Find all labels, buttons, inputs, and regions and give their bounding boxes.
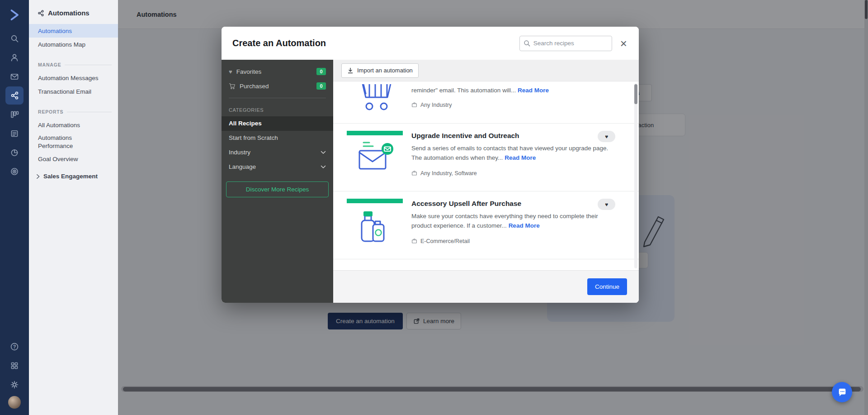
sidebar-item-goal-overview[interactable]: Goal Overview — [29, 152, 118, 166]
recipe-row[interactable]: Accessory Upsell After Purchase Make sur… — [333, 191, 639, 259]
industry-icon — [411, 170, 417, 176]
recipe-industry: Any Industry, Software — [411, 170, 612, 176]
modal-body: ♥ Favorites 0 Purchased 0 CATEGORIES All… — [222, 60, 639, 303]
recipes-column: Import an automation — [333, 60, 639, 303]
sidebar-item-automations[interactable]: Automations — [29, 24, 118, 38]
sidebar-item-transactional-email[interactable]: Transactional Email — [29, 85, 118, 98]
create-automation-modal: Create an Automation × ♥ Favorites 0 Pur… — [222, 27, 639, 303]
recipe-title: Accessory Upsell After Purchase — [411, 200, 612, 208]
recipe-description: reminder" email. This automation will...… — [411, 86, 612, 95]
heart-icon: ♥ — [229, 68, 232, 75]
sidebar-item-all-automations[interactable]: All Automations — [29, 118, 118, 132]
import-automation-button[interactable]: Import an automation — [341, 63, 419, 78]
envelope-illustration — [347, 131, 403, 185]
recipe-search — [519, 36, 612, 51]
recipe-thumbnail — [347, 131, 403, 185]
recipe-industry: Any Industry — [411, 102, 612, 108]
continue-button[interactable]: Continue — [587, 278, 627, 295]
recipe-content: Accessory Upsell After Purchase Make sur… — [403, 199, 612, 253]
favorites-count-badge: 0 — [316, 68, 326, 75]
row-separator — [333, 259, 639, 259]
campaigns-icon[interactable] — [5, 67, 24, 86]
recipe-categories-panel: ♥ Favorites 0 Purchased 0 CATEGORIES All… — [222, 60, 333, 303]
sidebar-item-automation-messages[interactable]: Automation Messages — [29, 71, 118, 85]
close-icon[interactable]: × — [619, 38, 628, 49]
favorite-heart-button[interactable]: ♥ — [598, 199, 615, 210]
app-root: ? Automations Automations Automations Ma… — [0, 0, 868, 415]
sidebar-item-sales-engagement[interactable]: Sales Engagement — [29, 173, 118, 180]
category-language[interactable]: Language — [222, 160, 333, 174]
settings-icon[interactable] — [5, 376, 24, 394]
category-all-recipes[interactable]: All Recipes — [222, 116, 333, 131]
cart-icon — [229, 83, 236, 90]
recipe-industry: E-Commerce/Retail — [411, 238, 612, 244]
read-more-link[interactable]: Read More — [518, 87, 549, 94]
help-icon[interactable]: ? — [5, 338, 24, 356]
recipe-row[interactable]: reminder" email. This automation will...… — [333, 81, 639, 123]
discover-more-recipes-button[interactable]: Discover More Recipes — [226, 181, 329, 197]
purchased-count-badge: 0 — [316, 82, 326, 90]
automations-icon[interactable] — [5, 86, 24, 105]
sidebar-title: Automations — [48, 9, 90, 17]
sidebar-header: Automations — [29, 0, 118, 24]
lists-icon[interactable] — [5, 124, 24, 143]
recipe-list-scrollbar[interactable] — [634, 83, 637, 268]
modal-title: Create an Automation — [232, 38, 519, 48]
recipe-content: reminder" email. This automation will...… — [403, 84, 612, 123]
apps-icon[interactable] — [5, 357, 24, 375]
import-strip: Import an automation — [333, 60, 639, 81]
recipe-list: reminder" email. This automation will...… — [333, 81, 639, 270]
cart-illustration — [347, 84, 403, 121]
purchased-label: Purchased — [240, 83, 269, 90]
sidebar-item-automations-performance[interactable]: Automations Performance — [29, 132, 118, 152]
recipe-row[interactable]: Upgrade Incentive and Outreach Send a se… — [333, 124, 639, 191]
favorite-heart-button[interactable]: ♥ — [598, 131, 615, 142]
search-icon[interactable] — [5, 29, 24, 48]
chevron-down-icon — [321, 165, 326, 169]
favorites-label: Favorites — [236, 68, 262, 75]
app-logo[interactable] — [7, 7, 22, 23]
industry-icon — [411, 102, 417, 108]
reports-icon[interactable] — [5, 143, 24, 162]
avatar[interactable] — [8, 396, 21, 409]
deals-icon[interactable] — [5, 105, 24, 124]
recipe-description: Make sure your contacts have everything … — [411, 212, 612, 231]
favorites-filter[interactable]: ♥ Favorites 0 — [222, 64, 333, 79]
automations-sidebar: Automations Automations Automations Map … — [29, 0, 118, 415]
chat-icon — [837, 387, 847, 397]
svg-text:?: ? — [13, 344, 16, 349]
category-start-from-scratch[interactable]: Start from Scratch — [222, 131, 333, 145]
recipe-description: Send a series of emails to contacts that… — [411, 144, 612, 163]
recipe-thumbnail — [347, 84, 403, 121]
sidebar-item-automations-map[interactable]: Automations Map — [29, 38, 118, 51]
read-more-link[interactable]: Read More — [509, 222, 540, 229]
industry-icon — [411, 238, 417, 244]
panel-divider — [229, 98, 326, 98]
import-icon — [347, 67, 354, 74]
sidebar-section-manage: MANAGE — [29, 62, 118, 67]
categories-label: CATEGORIES — [222, 103, 333, 116]
read-more-link[interactable]: Read More — [505, 154, 536, 161]
chevron-right-icon — [36, 174, 40, 179]
app-nav-rail: ? — [0, 0, 29, 415]
bottles-illustration — [347, 199, 403, 253]
recipe-title: Upgrade Incentive and Outreach — [411, 132, 612, 140]
goals-icon[interactable] — [5, 162, 24, 181]
search-recipes-input[interactable] — [519, 36, 612, 51]
recipe-content: Upgrade Incentive and Outreach Send a se… — [403, 131, 612, 185]
chevron-down-icon — [321, 151, 326, 154]
category-industry[interactable]: Industry — [222, 145, 333, 160]
purchased-filter[interactable]: Purchased 0 — [222, 79, 333, 93]
recipe-list-scrollbar-thumb[interactable] — [634, 84, 637, 104]
recipe-thumbnail — [347, 199, 403, 253]
sidebar-section-reports: REPORTS — [29, 109, 118, 114]
chat-widget-button[interactable] — [832, 382, 852, 402]
automations-icon — [37, 10, 44, 17]
modal-header: Create an Automation × — [222, 27, 639, 60]
modal-footer: Continue — [333, 270, 639, 303]
search-icon — [524, 40, 531, 47]
contacts-icon[interactable] — [5, 48, 24, 67]
